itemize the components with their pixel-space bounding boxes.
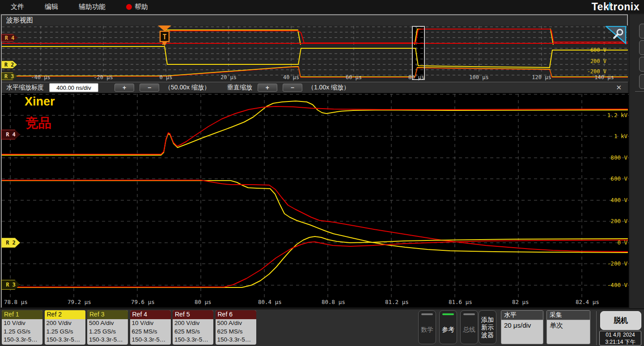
edge-menu-button-1[interactable]	[639, 24, 644, 38]
ref-badge-row: 200 V/div	[45, 319, 85, 328]
trigger-marker[interactable]: T	[158, 25, 171, 48]
time-axis-label: 81.2 μs	[385, 299, 409, 305]
time-axis-label: 60 μs	[346, 74, 362, 80]
trace-ov-r5-red	[2, 29, 628, 43]
v-zoom-label: 垂直缩放	[227, 84, 252, 92]
ref-badge-row: 625 MS/s	[130, 328, 171, 336]
ref-badge-row: 500 A/div	[216, 319, 256, 328]
trigger-letter: T	[162, 33, 166, 41]
tool-button-label: 参考	[442, 315, 454, 344]
annotation-competitor: 竞品	[25, 114, 51, 132]
horizontal-settings-panel[interactable]: 水平 20 μs/div	[501, 310, 543, 344]
ref-badge-row: 1.25 GS/s	[45, 328, 85, 336]
horizontal-panel-title: 水平	[501, 311, 543, 320]
main-waveform-plot[interactable]: 1.2 kV1 kV800 V600 V400 V200 V0 V-200 V-…	[2, 93, 629, 308]
ref-badge-1[interactable]: Ref 110 V/div1.25 GS/s150-3.3r-5…	[2, 310, 42, 345]
tool-button-label: 数学	[421, 315, 433, 344]
ref-badge-title: Ref 2	[45, 310, 85, 319]
tool-button-label: 总线	[463, 315, 475, 344]
v-scale-label: 200 V	[590, 58, 606, 64]
bottom-bar-divider	[596, 311, 597, 345]
ref-badge-row: 150-3.3r-5…	[45, 336, 85, 344]
menu-item-label: 编辑	[45, 3, 58, 11]
h-zoom-scale-input[interactable]	[49, 83, 98, 92]
reference-button[interactable]: 参考	[439, 310, 457, 344]
time-axis-label: 80 μs	[408, 74, 424, 80]
ref-badge-4[interactable]: Ref 410 V/div625 MS/s150-3.3r-5…	[130, 310, 171, 345]
v-scale-label: 0 V	[617, 239, 627, 246]
v-scale-label: 200 V	[610, 218, 627, 224]
ref-badge-row: 1.25 GS/s	[2, 328, 42, 336]
ref-badge-title: Ref 4	[130, 310, 171, 319]
ref-badge-row: 150-3.3r-5…	[87, 336, 128, 344]
ref-badge-row: 500 A/div	[87, 319, 128, 328]
time-axis-label: 82.4 μs	[576, 299, 599, 305]
time-axis-label: -20 μs	[93, 74, 113, 80]
ref-badge-5[interactable]: Ref 5200 V/div625 MS/s150-3.3r-5…	[173, 310, 213, 345]
date-text: 01 4月 2024	[600, 332, 641, 339]
v-scale-label: 1 kV	[614, 133, 628, 139]
zoom-control-bar: 水平缩放标度 + − （50.00x 缩放） 垂直缩放 + − （1.00x 缩…	[2, 82, 628, 93]
v-zoom-plus-button[interactable]: +	[258, 84, 277, 92]
v-scale-label: 600 V	[610, 175, 627, 182]
time-axis-label: 80 μs	[195, 299, 212, 305]
v-zoom-minus-button[interactable]: −	[283, 84, 302, 92]
ref-badge-title: Ref 1	[2, 310, 42, 319]
time-axis-label: 81.6 μs	[449, 299, 472, 305]
acquisition-settings-panel[interactable]: 采集 单次	[547, 310, 590, 344]
ref-badge-row: 1.25 GS/s	[87, 328, 128, 336]
add-new-scope-button[interactable]: 添加新示波器	[479, 310, 496, 344]
ref-badge-title: Ref 3	[87, 310, 128, 319]
help-record-dot-icon	[126, 4, 132, 10]
menu-item-3[interactable]: 辅助功能	[79, 3, 106, 11]
ref-badge-3[interactable]: Ref 3500 A/div1.25 GS/s150-3.3r-5…	[87, 310, 128, 345]
menu-item-label: 文件	[11, 3, 24, 11]
v-zoom-factor: （1.00x 缩放）	[308, 84, 350, 92]
ref-badge-row: 10 V/div	[130, 319, 171, 328]
overview-waveform-plot[interactable]: 600 V200 V-200 V-40 μs-20 μs0 μs20 μs40 …	[2, 25, 629, 82]
edge-menu-button-4[interactable]	[639, 74, 644, 89]
ref-badge-row: 150-3.3r-5…	[2, 336, 42, 344]
trace-ov-yellow-high-b	[415, 29, 553, 45]
tektronix-logo: Tek/tronix	[592, 1, 640, 13]
menu-item-1[interactable]: 文件	[11, 3, 24, 11]
menu-bar: 文件编辑辅助功能帮助Tek/tronix	[0, 0, 644, 13]
ref-badge-row: 150-3.3r-5…	[130, 336, 171, 344]
tool-button-label: 添加新示波器	[481, 311, 494, 344]
ref-badge-row: 625 MS/s	[216, 328, 256, 336]
h-zoom-factor: （50.00x 缩放）	[165, 84, 210, 92]
menu-item-2[interactable]: 编辑	[45, 3, 58, 11]
ref-badge-title: Ref 5	[173, 310, 213, 319]
right-strip-divider	[635, 91, 644, 92]
acquisition-mode-value: 单次	[547, 320, 590, 344]
zoom-tool-icon[interactable]	[606, 26, 627, 46]
bottom-status-bar: 水平 20 μs/div 采集 单次 脱机 01 4月 2024 3:21:14…	[0, 308, 644, 346]
h-zoom-minus-button[interactable]: −	[140, 84, 159, 92]
time-axis-label: 140 μs	[594, 74, 614, 80]
time-axis-label: 79.2 μs	[68, 299, 91, 305]
edge-menu-button-2[interactable]	[639, 40, 644, 55]
math-button[interactable]: 数学	[418, 310, 436, 344]
ref-badge-row: 10 V/div	[2, 319, 42, 328]
horizontal-scale-value: 20 μs/div	[501, 320, 543, 344]
trace-main-top-red	[2, 106, 628, 154]
time-axis-label: 82 μs	[512, 299, 529, 305]
time-axis-label: 80.8 μs	[322, 299, 345, 305]
time-text: 3:21:14 下午	[600, 339, 641, 346]
v-scale-label: -200 V	[607, 260, 628, 267]
h-zoom-plus-button[interactable]: +	[114, 84, 134, 92]
bus-button[interactable]: 总线	[460, 310, 478, 344]
v-scale-label: 600 V	[590, 47, 606, 53]
acquisition-panel-title: 采集	[547, 311, 590, 320]
close-icon[interactable]: ✕	[616, 84, 622, 92]
ref-badge-2[interactable]: Ref 2200 V/div1.25 GS/s150-3.3r-5…	[45, 310, 85, 345]
ref-badge-6[interactable]: Ref 6500 A/div625 MS/s150-3.3r-5…	[216, 310, 256, 345]
menu-item-4[interactable]: 帮助	[126, 3, 148, 11]
time-axis-label: 79.6 μs	[131, 299, 155, 305]
time-axis-label: 78.8 μs	[4, 299, 28, 305]
offline-button[interactable]: 脱机	[600, 311, 641, 330]
trace-main-bot-yellow	[2, 236, 628, 287]
edge-menu-button-3[interactable]	[639, 57, 644, 72]
trigger-arrow-icon	[158, 25, 171, 31]
trace-ov-yellow-high-a	[163, 30, 301, 45]
